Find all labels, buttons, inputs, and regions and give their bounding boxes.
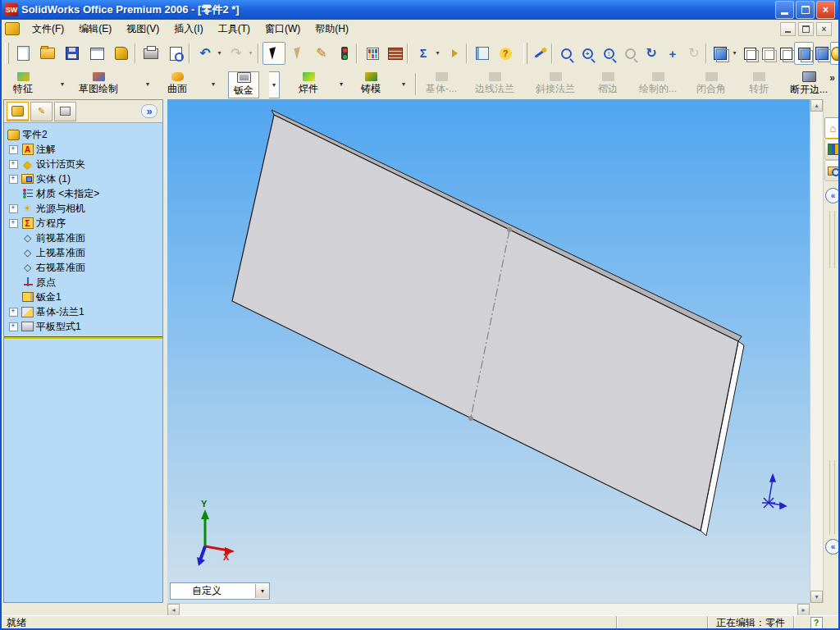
standard-views-button[interactable]: [709, 42, 732, 65]
menu-tools[interactable]: 工具(T): [211, 20, 258, 39]
tree-item-sheet-metal1[interactable]: 钣金1: [4, 290, 162, 304]
measure-button[interactable]: Σ: [412, 42, 435, 65]
configurationmanager-tab[interactable]: [54, 102, 76, 121]
tree-item-solid-bodies[interactable]: + 实体 (1): [4, 171, 162, 186]
viewport-canvas[interactable]: Y X 自定义 ▾: [167, 99, 810, 603]
sketch-button[interactable]: ✎: [310, 42, 333, 65]
edit-texture-button[interactable]: [384, 42, 407, 65]
quick-tips-icon[interactable]: ?: [810, 617, 823, 629]
tab-molds-dropdown[interactable]: ▾: [399, 71, 409, 97]
tree-item-design-binder[interactable]: + ◆ 设计活页夹: [4, 157, 162, 171]
doc-minimize-button[interactable]: [780, 22, 796, 36]
realview-button[interactable]: [830, 42, 840, 65]
file-explorer-tab[interactable]: [824, 160, 840, 181]
selection-filter-button[interactable]: [443, 42, 466, 65]
rollback-bar[interactable]: [4, 336, 162, 340]
zoom-fit-button[interactable]: [555, 42, 578, 65]
tree-item-front-plane[interactable]: ◇ 前视基准面: [4, 231, 162, 245]
scroll-down-button[interactable]: ▾: [810, 591, 823, 603]
tab-weldments[interactable]: 焊件: [294, 71, 323, 97]
expand-toggle[interactable]: +: [9, 219, 18, 228]
expand-toggle[interactable]: +: [9, 145, 18, 154]
tree-item-flat-pattern1[interactable]: + 平板型式1: [4, 319, 162, 334]
expand-toggle[interactable]: +: [9, 308, 18, 317]
command-break-corner[interactable]: 断开边...: [786, 71, 832, 97]
make-assembly-button[interactable]: [110, 42, 133, 65]
new-button[interactable]: [11, 42, 34, 65]
menu-file[interactable]: 文件(F): [25, 20, 71, 39]
pan-button[interactable]: +: [661, 42, 684, 65]
viewport-vertical-scrollbar[interactable]: ▴ ▾: [810, 99, 824, 603]
make-drawing-button[interactable]: [85, 42, 108, 65]
save-button[interactable]: [61, 42, 84, 65]
tree-item-base-flange1[interactable]: + 基体-法兰1: [4, 304, 162, 319]
tab-surfaces-dropdown[interactable]: ▾: [208, 71, 218, 97]
hidden-lines-removed-button[interactable]: [776, 42, 796, 65]
tree-item-material[interactable]: 材质 <未指定>: [4, 186, 162, 201]
scroll-left-button[interactable]: ◂: [167, 604, 180, 616]
command-overflow-chevron[interactable]: »: [829, 72, 835, 84]
rebuild-button[interactable]: [333, 42, 356, 65]
tab-sketch-dropdown[interactable]: ▾: [143, 71, 153, 97]
design-library-tab[interactable]: [824, 139, 840, 160]
tree-item-right-plane[interactable]: ◇ 右视基准面: [4, 260, 162, 275]
tools-dropdown[interactable]: ▾: [433, 42, 442, 63]
tree-item-top-plane[interactable]: ◇ 上视基准面: [4, 245, 162, 260]
hidden-lines-visible-button[interactable]: [758, 42, 778, 65]
shaded-button[interactable]: [812, 42, 832, 65]
undo-button[interactable]: ↶: [194, 42, 217, 65]
menu-help[interactable]: 帮助(H): [308, 20, 356, 39]
tab-weldments-dropdown[interactable]: ▾: [336, 71, 346, 97]
menu-window[interactable]: 窗口(W): [258, 20, 308, 39]
minimize-button[interactable]: [775, 1, 794, 19]
title-bar[interactable]: SW SolidWorks Office Premium 2006 - [零件2…: [2, 0, 838, 20]
tab-molds[interactable]: 铸模: [356, 71, 386, 97]
select-other-button[interactable]: [287, 42, 310, 65]
solidworks-resources-tab[interactable]: ⌂: [824, 117, 840, 139]
view-config-combobox[interactable]: 自定义 ▾: [170, 582, 270, 600]
rotate-view-button[interactable]: ↻: [640, 42, 663, 65]
print-button[interactable]: [139, 42, 162, 65]
zoom-inout-button[interactable]: ↕: [597, 42, 620, 65]
help-button[interactable]: ?: [494, 42, 517, 65]
panel-expand-chevron[interactable]: »: [141, 104, 158, 118]
combo-dropdown-icon[interactable]: ▾: [255, 584, 269, 598]
open-button[interactable]: [36, 42, 59, 65]
part-front-face[interactable]: [232, 115, 738, 531]
toolbar-grip[interactable]: [523, 43, 527, 64]
scroll-right-button[interactable]: ▸: [797, 604, 810, 616]
expand-toggle[interactable]: +: [9, 322, 18, 331]
options-button[interactable]: [471, 42, 494, 65]
standard-views-dropdown[interactable]: ▾: [730, 42, 739, 63]
task-pane-expand-button-bottom[interactable]: «: [825, 539, 840, 555]
expand-toggle[interactable]: +: [9, 160, 18, 169]
tab-sheet-metal[interactable]: 钣金: [228, 71, 259, 98]
menu-insert[interactable]: 插入(I): [167, 20, 210, 39]
tree-root[interactable]: 零件2: [4, 127, 162, 142]
task-pane-drag-handle[interactable]: [829, 211, 835, 268]
tab-surfaces[interactable]: 曲面: [162, 71, 192, 97]
expand-toggle[interactable]: +: [9, 175, 18, 184]
propertymanager-tab[interactable]: ✎: [30, 102, 52, 121]
close-button[interactable]: ×: [816, 1, 835, 19]
scroll-up-button[interactable]: ▴: [810, 99, 823, 112]
zoom-area-button[interactable]: +: [576, 42, 599, 65]
tree-item-equations[interactable]: + Σ 方程序: [4, 216, 162, 231]
tree-item-origin[interactable]: 原点: [4, 275, 162, 290]
viewport-horizontal-scrollbar[interactable]: ◂ ▸: [167, 603, 810, 616]
expand-toggle[interactable]: +: [9, 204, 18, 213]
document-menu-icon[interactable]: [5, 22, 20, 35]
featuremanager-tab[interactable]: [7, 102, 29, 121]
shaded-with-edges-button[interactable]: [794, 42, 814, 65]
tab-features[interactable]: 特征: [8, 71, 38, 97]
print-preview-button[interactable]: [164, 42, 187, 65]
menu-edit[interactable]: 编辑(E): [71, 20, 119, 39]
toolbar-grip[interactable]: [5, 43, 9, 64]
bend-line-endpoint[interactable]: [468, 416, 473, 421]
task-pane-expand-button-top[interactable]: «: [825, 188, 840, 203]
view-orientation-button[interactable]: [528, 42, 551, 65]
doc-restore-button[interactable]: [798, 22, 814, 36]
tab-features-dropdown[interactable]: ▾: [57, 71, 67, 97]
select-button[interactable]: [262, 42, 285, 65]
undo-dropdown[interactable]: ▾: [215, 42, 224, 63]
